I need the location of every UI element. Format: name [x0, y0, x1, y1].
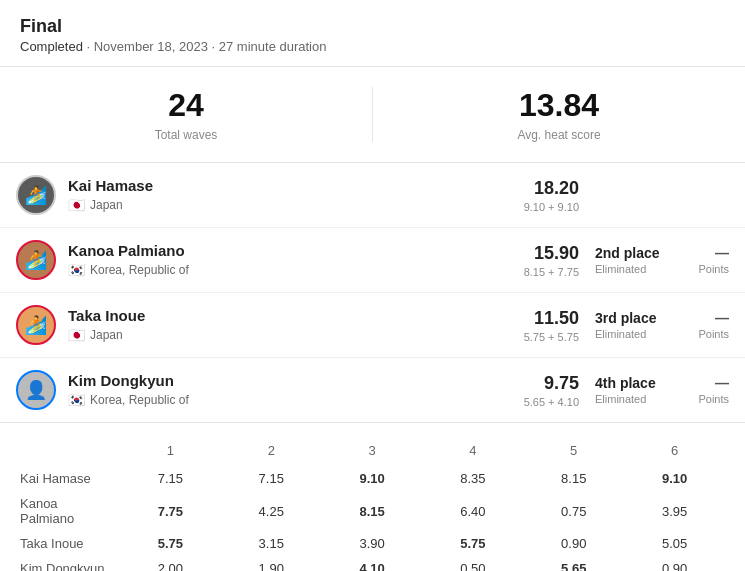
- score-area-kai: 18.20 9.10 + 9.10: [489, 178, 579, 213]
- wave-col-header-5: 5: [523, 439, 624, 466]
- status-badge: Completed: [20, 39, 83, 54]
- points-label-taka: Points: [669, 328, 729, 340]
- avatar-kanoa: 🏄: [16, 240, 56, 280]
- competitor-country-taka: 🇯🇵 Japan: [68, 327, 489, 343]
- total-waves-label: Total waves: [0, 128, 372, 142]
- flag-kim: 🇰🇷: [68, 392, 85, 408]
- wave-score-2-3: 5.75: [422, 531, 523, 556]
- points-area-kanoa: —Points: [669, 245, 729, 275]
- place-label-kanoa: 2nd place: [595, 245, 669, 261]
- wave-score-3-0: 2.00: [120, 556, 221, 571]
- wave-score-2-1: 3.15: [221, 531, 322, 556]
- points-area-kim: —Points: [669, 375, 729, 405]
- wave-score-3-3: 0.50: [422, 556, 523, 571]
- wave-table-row: Taka Inoue5.753.153.905.750.905.05: [20, 531, 725, 556]
- points-dash-kanoa: —: [669, 245, 729, 261]
- wave-score-0-5: 9.10: [624, 466, 725, 491]
- competitor-country-kai: 🇯🇵 Japan: [68, 197, 489, 213]
- wave-score-2-2: 3.90: [322, 531, 423, 556]
- wave-score-1-2: 8.15: [322, 491, 423, 531]
- header-separator2: ·: [212, 39, 219, 54]
- header-separator: ·: [87, 39, 94, 54]
- main-score-kim: 9.75: [489, 373, 579, 394]
- wave-row-name-2: Taka Inoue: [20, 531, 120, 556]
- flag-taka: 🇯🇵: [68, 327, 85, 343]
- wave-score-1-1: 4.25: [221, 491, 322, 531]
- wave-row-name-1: Kanoa Palmiano: [20, 491, 120, 531]
- flag-kai: 🇯🇵: [68, 197, 85, 213]
- points-dash-taka: —: [669, 310, 729, 326]
- wave-col-header-2: 2: [221, 439, 322, 466]
- points-area-taka: —Points: [669, 310, 729, 340]
- stats-row: 24 Total waves 13.84 Avg. heat score: [0, 67, 745, 163]
- avatar-kim: 👤: [16, 370, 56, 410]
- wave-scores-kim: 5.65 + 4.10: [489, 396, 579, 408]
- score-area-kanoa: 15.90 8.15 + 7.75: [489, 243, 579, 278]
- competitors-list: 🏄 Kai Hamase 🇯🇵 Japan 18.20 9.10 + 9.10 …: [0, 163, 745, 423]
- page-title: Final: [20, 16, 725, 37]
- place-sub-kim: Eliminated: [595, 393, 669, 405]
- place-label-taka: 3rd place: [595, 310, 669, 326]
- competitor-country-kanoa: 🇰🇷 Korea, Republic of: [68, 262, 489, 278]
- country-name-kanoa: Korea, Republic of: [90, 263, 189, 277]
- competitor-row-kai[interactable]: 🏄 Kai Hamase 🇯🇵 Japan 18.20 9.10 + 9.10: [0, 163, 745, 228]
- wave-table-row: Kim Dongkyun2.001.904.100.505.650.90: [20, 556, 725, 571]
- avg-heat-score-label: Avg. heat score: [373, 128, 745, 142]
- place-area-kanoa: 2nd placeEliminated: [579, 245, 669, 275]
- wave-score-3-4: 5.65: [523, 556, 624, 571]
- competitor-name-kai: Kai Hamase: [68, 177, 489, 194]
- competitor-name-taka: Taka Inoue: [68, 307, 489, 324]
- avg-heat-score-stat: 13.84 Avg. heat score: [372, 87, 745, 142]
- country-name-kai: Japan: [90, 198, 123, 212]
- main-score-kanoa: 15.90: [489, 243, 579, 264]
- wave-scores-taka: 5.75 + 5.75: [489, 331, 579, 343]
- competitor-name-kanoa: Kanoa Palmiano: [68, 242, 489, 259]
- place-sub-taka: Eliminated: [595, 328, 669, 340]
- wave-scores-kanoa: 8.15 + 7.75: [489, 266, 579, 278]
- wave-table: 123456Kai Hamase7.157.159.108.358.159.10…: [20, 439, 725, 571]
- main-score-taka: 11.50: [489, 308, 579, 329]
- score-area-taka: 11.50 5.75 + 5.75: [489, 308, 579, 343]
- avg-heat-score-value: 13.84: [373, 87, 745, 124]
- competitor-row-kanoa[interactable]: 🏄 Kanoa Palmiano 🇰🇷 Korea, Republic of 1…: [0, 228, 745, 293]
- place-area-taka: 3rd placeEliminated: [579, 310, 669, 340]
- competitor-info-kai: Kai Hamase 🇯🇵 Japan: [68, 177, 489, 213]
- main-score-kai: 18.20: [489, 178, 579, 199]
- wave-score-0-0: 7.15: [120, 466, 221, 491]
- total-waves-value: 24: [0, 87, 372, 124]
- header-meta: Completed · November 18, 2023 · 27 minut…: [20, 39, 725, 54]
- header: Final Completed · November 18, 2023 · 27…: [0, 0, 745, 67]
- competitor-row-taka[interactable]: 🏄 Taka Inoue 🇯🇵 Japan 11.50 5.75 + 5.75 …: [0, 293, 745, 358]
- points-label-kanoa: Points: [669, 263, 729, 275]
- wave-score-2-0: 5.75: [120, 531, 221, 556]
- wave-score-0-2: 9.10: [322, 466, 423, 491]
- place-label-kim: 4th place: [595, 375, 669, 391]
- wave-col-header-6: 6: [624, 439, 725, 466]
- competitor-info-taka: Taka Inoue 🇯🇵 Japan: [68, 307, 489, 343]
- wave-table-section: 123456Kai Hamase7.157.159.108.358.159.10…: [0, 423, 745, 571]
- wave-col-header-4: 4: [422, 439, 523, 466]
- header-duration: 27 minute duration: [219, 39, 327, 54]
- wave-score-1-5: 3.95: [624, 491, 725, 531]
- wave-col-header-0: [20, 439, 120, 466]
- wave-score-1-3: 6.40: [422, 491, 523, 531]
- competitor-name-kim: Kim Dongkyun: [68, 372, 489, 389]
- wave-score-0-1: 7.15: [221, 466, 322, 491]
- place-sub-kanoa: Eliminated: [595, 263, 669, 275]
- wave-score-0-3: 8.35: [422, 466, 523, 491]
- wave-row-name-0: Kai Hamase: [20, 466, 120, 491]
- wave-score-3-1: 1.90: [221, 556, 322, 571]
- wave-score-0-4: 8.15: [523, 466, 624, 491]
- avatar-taka: 🏄: [16, 305, 56, 345]
- country-name-kim: Korea, Republic of: [90, 393, 189, 407]
- wave-score-3-5: 0.90: [624, 556, 725, 571]
- competitor-row-kim[interactable]: 👤 Kim Dongkyun 🇰🇷 Korea, Republic of 9.7…: [0, 358, 745, 422]
- avatar-kai: 🏄: [16, 175, 56, 215]
- wave-score-2-5: 5.05: [624, 531, 725, 556]
- wave-score-3-2: 4.10: [322, 556, 423, 571]
- wave-col-header-1: 1: [120, 439, 221, 466]
- wave-col-header-3: 3: [322, 439, 423, 466]
- points-label-kim: Points: [669, 393, 729, 405]
- place-area-kim: 4th placeEliminated: [579, 375, 669, 405]
- wave-table-row: Kanoa Palmiano7.754.258.156.400.753.95: [20, 491, 725, 531]
